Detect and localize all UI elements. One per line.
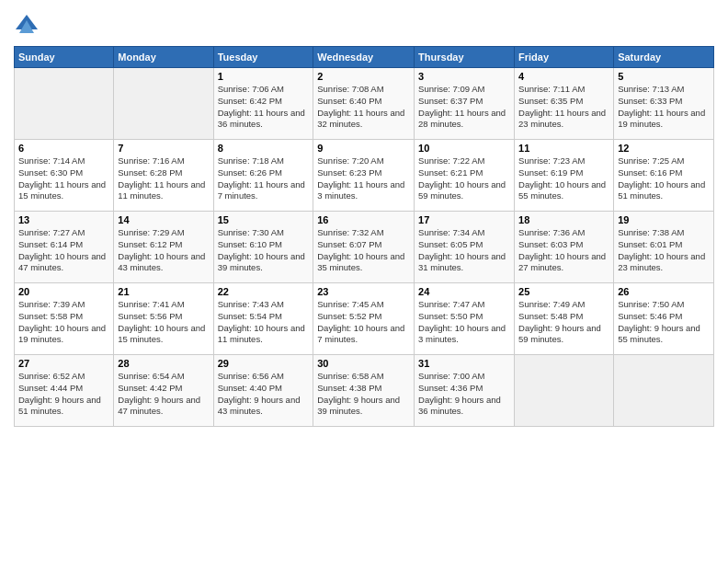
calendar-cell: 12Sunrise: 7:25 AM Sunset: 6:16 PM Dayli…: [614, 140, 714, 212]
day-info: Sunrise: 7:00 AM Sunset: 4:36 PM Dayligh…: [418, 371, 510, 418]
day-number: 25: [518, 286, 609, 297]
calendar-cell: 20Sunrise: 7:39 AM Sunset: 5:58 PM Dayli…: [15, 283, 114, 355]
day-number: 13: [18, 214, 109, 225]
day-info: Sunrise: 7:23 AM Sunset: 6:19 PM Dayligh…: [518, 155, 609, 202]
calendar-week-4: 20Sunrise: 7:39 AM Sunset: 5:58 PM Dayli…: [15, 283, 714, 355]
day-info: Sunrise: 7:50 AM Sunset: 5:46 PM Dayligh…: [618, 299, 710, 346]
calendar-cell: 8Sunrise: 7:18 AM Sunset: 6:26 PM Daylig…: [213, 140, 313, 212]
calendar-cell: 3Sunrise: 7:09 AM Sunset: 6:37 PM Daylig…: [415, 68, 515, 140]
day-number: 8: [218, 143, 310, 154]
day-info: Sunrise: 7:16 AM Sunset: 6:28 PM Dayligh…: [118, 155, 209, 202]
day-info: Sunrise: 7:34 AM Sunset: 6:05 PM Dayligh…: [418, 227, 510, 274]
day-info: Sunrise: 7:08 AM Sunset: 6:40 PM Dayligh…: [317, 84, 410, 131]
day-info: Sunrise: 7:30 AM Sunset: 6:10 PM Dayligh…: [218, 227, 310, 274]
logo-icon: [14, 13, 40, 39]
calendar-cell: 17Sunrise: 7:34 AM Sunset: 6:05 PM Dayli…: [415, 212, 515, 283]
calendar-cell: 25Sunrise: 7:49 AM Sunset: 5:48 PM Dayli…: [515, 283, 614, 355]
day-number: 21: [118, 286, 209, 297]
day-info: Sunrise: 7:41 AM Sunset: 5:56 PM Dayligh…: [118, 299, 209, 346]
day-info: Sunrise: 7:39 AM Sunset: 5:58 PM Dayligh…: [18, 299, 109, 346]
day-number: 2: [317, 71, 410, 82]
calendar-cell: 30Sunrise: 6:58 AM Sunset: 4:38 PM Dayli…: [313, 355, 415, 427]
calendar-cell: 24Sunrise: 7:47 AM Sunset: 5:50 PM Dayli…: [415, 283, 515, 355]
calendar-cell: 19Sunrise: 7:38 AM Sunset: 6:01 PM Dayli…: [614, 212, 714, 283]
calendar-week-1: 1Sunrise: 7:06 AM Sunset: 6:42 PM Daylig…: [15, 68, 714, 140]
day-number: 6: [18, 143, 109, 154]
day-info: Sunrise: 7:38 AM Sunset: 6:01 PM Dayligh…: [618, 227, 710, 274]
day-number: 11: [518, 143, 609, 154]
weekday-header-row: SundayMondayTuesdayWednesdayThursdayFrid…: [15, 47, 714, 68]
calendar-cell: 13Sunrise: 7:27 AM Sunset: 6:14 PM Dayli…: [15, 212, 114, 283]
weekday-header-thursday: Thursday: [415, 47, 515, 68]
calendar-cell: 5Sunrise: 7:13 AM Sunset: 6:33 PM Daylig…: [614, 68, 714, 140]
day-info: Sunrise: 6:56 AM Sunset: 4:40 PM Dayligh…: [218, 371, 310, 418]
weekday-header-tuesday: Tuesday: [213, 47, 313, 68]
calendar-cell: 9Sunrise: 7:20 AM Sunset: 6:23 PM Daylig…: [313, 140, 415, 212]
calendar-cell: 16Sunrise: 7:32 AM Sunset: 6:07 PM Dayli…: [313, 212, 415, 283]
calendar-cell: [515, 355, 614, 427]
calendar-cell: 6Sunrise: 7:14 AM Sunset: 6:30 PM Daylig…: [15, 140, 114, 212]
day-number: 4: [518, 71, 609, 82]
day-number: 10: [418, 143, 510, 154]
header-area: [14, 9, 714, 39]
day-info: Sunrise: 7:22 AM Sunset: 6:21 PM Dayligh…: [418, 155, 510, 202]
calendar-cell: 23Sunrise: 7:45 AM Sunset: 5:52 PM Dayli…: [313, 283, 415, 355]
day-number: 7: [118, 143, 209, 154]
weekday-header-sunday: Sunday: [15, 47, 114, 68]
calendar-cell: 18Sunrise: 7:36 AM Sunset: 6:03 PM Dayli…: [515, 212, 614, 283]
day-number: 27: [18, 358, 109, 369]
day-number: 31: [418, 358, 510, 369]
day-number: 24: [418, 286, 510, 297]
calendar-cell: [15, 68, 114, 140]
day-number: 12: [618, 143, 710, 154]
day-info: Sunrise: 7:43 AM Sunset: 5:54 PM Dayligh…: [218, 299, 310, 346]
day-info: Sunrise: 7:36 AM Sunset: 6:03 PM Dayligh…: [518, 227, 609, 274]
calendar-cell: [114, 68, 213, 140]
calendar-cell: 14Sunrise: 7:29 AM Sunset: 6:12 PM Dayli…: [114, 212, 213, 283]
day-info: Sunrise: 7:11 AM Sunset: 6:35 PM Dayligh…: [518, 84, 609, 131]
day-info: Sunrise: 7:25 AM Sunset: 6:16 PM Dayligh…: [618, 155, 710, 202]
day-number: 19: [618, 214, 710, 225]
calendar-cell: 1Sunrise: 7:06 AM Sunset: 6:42 PM Daylig…: [213, 68, 313, 140]
day-number: 9: [317, 143, 410, 154]
calendar-cell: 27Sunrise: 6:52 AM Sunset: 4:44 PM Dayli…: [15, 355, 114, 427]
day-info: Sunrise: 7:29 AM Sunset: 6:12 PM Dayligh…: [118, 227, 209, 274]
day-info: Sunrise: 6:58 AM Sunset: 4:38 PM Dayligh…: [317, 371, 410, 418]
calendar-cell: 10Sunrise: 7:22 AM Sunset: 6:21 PM Dayli…: [415, 140, 515, 212]
day-number: 15: [218, 214, 310, 225]
day-number: 1: [218, 71, 310, 82]
day-info: Sunrise: 7:45 AM Sunset: 5:52 PM Dayligh…: [317, 299, 410, 346]
calendar-cell: 7Sunrise: 7:16 AM Sunset: 6:28 PM Daylig…: [114, 140, 213, 212]
calendar-cell: 26Sunrise: 7:50 AM Sunset: 5:46 PM Dayli…: [614, 283, 714, 355]
day-info: Sunrise: 7:06 AM Sunset: 6:42 PM Dayligh…: [218, 84, 310, 131]
day-info: Sunrise: 6:52 AM Sunset: 4:44 PM Dayligh…: [18, 371, 109, 418]
day-info: Sunrise: 7:27 AM Sunset: 6:14 PM Dayligh…: [18, 227, 109, 274]
day-info: Sunrise: 7:20 AM Sunset: 6:23 PM Dayligh…: [317, 155, 410, 202]
day-info: Sunrise: 7:18 AM Sunset: 6:26 PM Dayligh…: [218, 155, 310, 202]
calendar-cell: 2Sunrise: 7:08 AM Sunset: 6:40 PM Daylig…: [313, 68, 415, 140]
day-info: Sunrise: 7:09 AM Sunset: 6:37 PM Dayligh…: [418, 84, 510, 131]
calendar-cell: 29Sunrise: 6:56 AM Sunset: 4:40 PM Dayli…: [213, 355, 313, 427]
day-number: 23: [317, 286, 410, 297]
day-info: Sunrise: 7:32 AM Sunset: 6:07 PM Dayligh…: [317, 227, 410, 274]
weekday-header-friday: Friday: [515, 47, 614, 68]
day-info: Sunrise: 7:14 AM Sunset: 6:30 PM Dayligh…: [18, 155, 109, 202]
calendar-cell: 21Sunrise: 7:41 AM Sunset: 5:56 PM Dayli…: [114, 283, 213, 355]
day-info: Sunrise: 7:49 AM Sunset: 5:48 PM Dayligh…: [518, 299, 609, 346]
page-container: SundayMondayTuesdayWednesdayThursdayFrid…: [0, 0, 728, 431]
day-info: Sunrise: 6:54 AM Sunset: 4:42 PM Dayligh…: [118, 371, 209, 418]
day-number: 3: [418, 71, 510, 82]
weekday-header-saturday: Saturday: [614, 47, 714, 68]
calendar-cell: 31Sunrise: 7:00 AM Sunset: 4:36 PM Dayli…: [415, 355, 515, 427]
logo: [14, 13, 43, 39]
calendar-cell: 11Sunrise: 7:23 AM Sunset: 6:19 PM Dayli…: [515, 140, 614, 212]
calendar-week-2: 6Sunrise: 7:14 AM Sunset: 6:30 PM Daylig…: [15, 140, 714, 212]
day-number: 20: [18, 286, 109, 297]
day-info: Sunrise: 7:47 AM Sunset: 5:50 PM Dayligh…: [418, 299, 510, 346]
day-number: 17: [418, 214, 510, 225]
day-number: 16: [317, 214, 410, 225]
day-number: 30: [317, 358, 410, 369]
calendar-cell: 4Sunrise: 7:11 AM Sunset: 6:35 PM Daylig…: [515, 68, 614, 140]
day-number: 5: [618, 71, 710, 82]
day-info: Sunrise: 7:13 AM Sunset: 6:33 PM Dayligh…: [618, 84, 710, 131]
